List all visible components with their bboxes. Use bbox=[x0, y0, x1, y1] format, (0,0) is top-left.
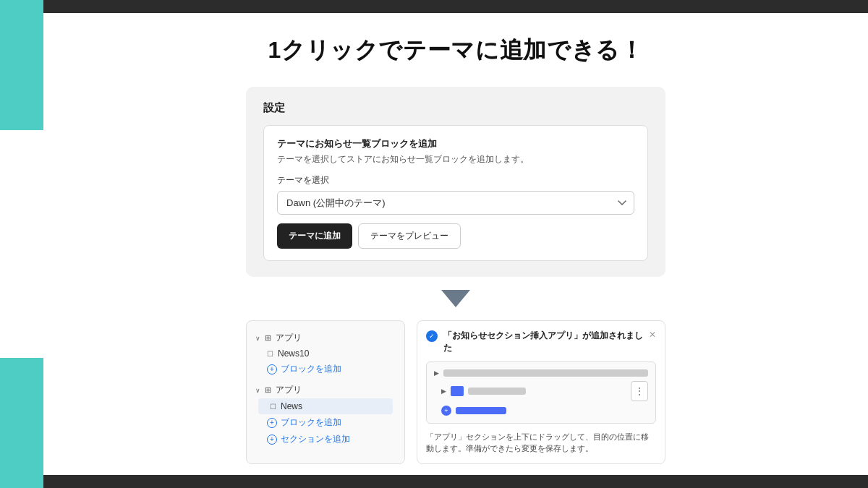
sidebar-group-1-header[interactable]: ∨ ⊞ アプリ bbox=[255, 330, 396, 346]
notification-header: ✓ 「お知らせセクション挿入アプリ」が追加されました ✕ bbox=[426, 330, 656, 354]
document-icon-1: ☐ bbox=[267, 350, 273, 358]
preview-row-3: + bbox=[434, 406, 648, 416]
corner-tl bbox=[0, 0, 43, 130]
document-icon-2: ☐ bbox=[270, 403, 276, 411]
drag-icon: ⋮ bbox=[635, 386, 644, 396]
sidebar-item-news10[interactable]: ☐ News10 bbox=[255, 346, 396, 361]
add-block-link-2[interactable]: + ブロックを追加 bbox=[255, 414, 396, 431]
button-row: テーマに追加 テーマをプレビュー bbox=[277, 223, 634, 249]
add-circle-icon-1: + bbox=[267, 364, 277, 374]
add-block-description: テーマを選択してストアにお知らせ一覧ブロックを追加します。 bbox=[277, 153, 634, 166]
add-circle-icon-3: + bbox=[267, 435, 277, 445]
add-block-label-1: ブロックを追加 bbox=[281, 363, 341, 375]
add-block-title: テーマにお知らせ一覧ブロックを追加 bbox=[277, 137, 634, 150]
preview-bar-medium bbox=[468, 388, 526, 395]
add-block-link-1[interactable]: + ブロックを追加 bbox=[255, 361, 396, 377]
notification-text: 「お知らせセクション挿入アプリ」が追加されました bbox=[443, 330, 643, 354]
theme-select-label: テーマを選択 bbox=[277, 174, 634, 187]
preview-chevron-1: ▶ bbox=[434, 369, 439, 377]
theme-dropdown[interactable]: Dawn (公開中のテーマ) bbox=[277, 191, 634, 215]
right-panel: ✓ 「お知らせセクション挿入アプリ」が追加されました ✕ ▶ ▶ ⋮ bbox=[417, 320, 665, 464]
preview-row-2: ▶ ⋮ bbox=[434, 381, 648, 401]
close-button[interactable]: ✕ bbox=[649, 330, 656, 340]
corner-bl bbox=[0, 358, 43, 488]
app-icon-1: ⊞ bbox=[265, 333, 271, 343]
add-to-theme-button[interactable]: テーマに追加 bbox=[277, 223, 352, 249]
sidebar-item-news[interactable]: ☐ News bbox=[258, 398, 393, 414]
preview-bar-long bbox=[443, 369, 648, 377]
add-circle-preview: + bbox=[441, 406, 451, 416]
add-section-link[interactable]: + セクションを追加 bbox=[255, 431, 396, 448]
preview-theme-button[interactable]: テーマをプレビュー bbox=[358, 223, 461, 249]
sidebar-group-2-header[interactable]: ∨ ⊞ アプリ bbox=[255, 382, 396, 398]
arrow-down-icon bbox=[441, 290, 470, 307]
bottom-bar bbox=[43, 475, 868, 488]
preview-bar-blue bbox=[456, 407, 506, 414]
settings-card: 設定 テーマにお知らせ一覧ブロックを追加 テーマを選択してストアにお知らせ一覧ブ… bbox=[246, 87, 665, 277]
sidebar-group-2: ∨ ⊞ アプリ ☐ News + ブロックを追加 + セクションを追加 bbox=[247, 382, 404, 448]
settings-title: 設定 bbox=[263, 101, 648, 115]
page-title: 1クリックでテーマに追加できる！ bbox=[268, 35, 643, 67]
sidebar-group-1-label: アプリ bbox=[276, 332, 302, 344]
chevron-icon-2: ∨ bbox=[255, 387, 260, 394]
app-icon-2: ⊞ bbox=[265, 385, 271, 395]
preview-row-1: ▶ bbox=[434, 369, 648, 377]
panel-description: 「アプリ」セクションを上下にドラッグして、目的の位置に移動します。準備ができたら… bbox=[426, 431, 656, 455]
left-sidebar-panel: ∨ ⊞ アプリ ☐ News10 + ブロックを追加 ∨ ⊞ bbox=[246, 320, 405, 464]
add-block-card: テーマにお知らせ一覧ブロックを追加 テーマを選択してストアにお知らせ一覧ブロック… bbox=[263, 125, 648, 261]
preview-box: ▶ ▶ ⋮ + bbox=[426, 361, 656, 424]
sidebar-group-2-label: アプリ bbox=[276, 384, 302, 396]
sidebar-item-news10-label: News10 bbox=[278, 348, 309, 359]
preview-square-icon bbox=[451, 386, 464, 396]
panels-row: ∨ ⊞ アプリ ☐ News10 + ブロックを追加 ∨ ⊞ bbox=[246, 320, 665, 464]
sidebar-item-news-label: News bbox=[281, 401, 302, 411]
sidebar-group-1: ∨ ⊞ アプリ ☐ News10 + ブロックを追加 bbox=[247, 330, 404, 377]
drag-handle-button[interactable]: ⋮ bbox=[631, 381, 648, 401]
chevron-icon-1: ∨ bbox=[255, 335, 260, 342]
add-section-label: セクションを追加 bbox=[281, 433, 350, 445]
check-icon: ✓ bbox=[426, 330, 438, 342]
content-area: 1クリックでテーマに追加できる！ 設定 テーマにお知らせ一覧ブロックを追加 テー… bbox=[43, 13, 868, 475]
add-circle-icon-2: + bbox=[267, 418, 277, 428]
preview-chevron-2: ▶ bbox=[441, 388, 446, 395]
add-block-label-2: ブロックを追加 bbox=[281, 416, 341, 429]
top-bar bbox=[43, 0, 868, 13]
